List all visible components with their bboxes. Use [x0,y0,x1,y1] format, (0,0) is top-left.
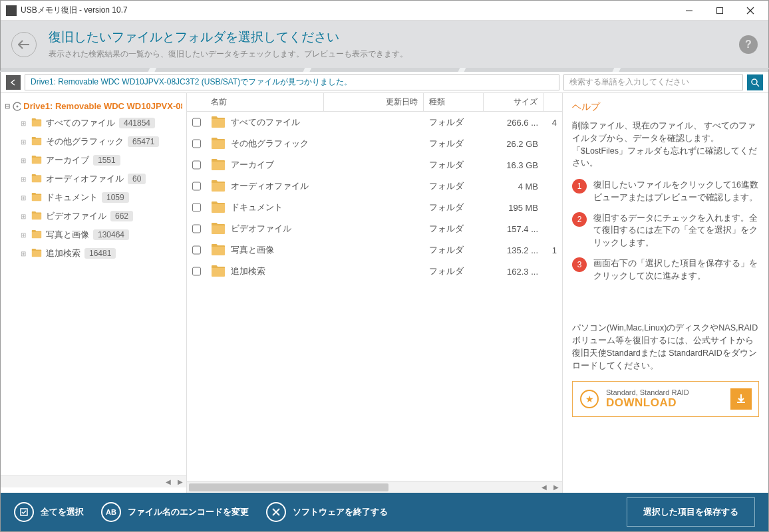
save-button[interactable]: 選択した項目を保存する [627,497,755,527]
expand-icon[interactable]: ⊞ [21,176,27,183]
file-name: すべてのファイル [231,116,300,128]
expand-icon[interactable]: ⊞ [21,231,27,239]
file-name: ビデオファイル [231,223,291,235]
folder-icon [211,180,226,192]
help-button[interactable]: ? [739,35,758,54]
help-step: 2復旧するデータにチェックを入れます。全て復旧するには左下の「全てを選択」をクリ… [572,212,759,249]
expand-icon[interactable]: ⊞ [21,157,27,164]
scroll-left-icon[interactable]: ◀ [162,476,174,487]
file-size: 135.2 ... [484,245,543,255]
expand-icon[interactable]: ⊞ [21,120,27,127]
file-row[interactable]: アーカイブフォルダ16.3 GB [187,154,562,176]
path-back-button[interactable] [6,75,21,90]
row-checkbox[interactable] [192,139,201,148]
file-name: ドキュメント [231,201,283,213]
folder-icon [211,116,226,128]
tree-item-count: 1551 [93,155,120,166]
encoding-button[interactable]: AB ファイル名のエンコードを変更 [101,502,249,522]
help-note: パソコン(Win,Mac,Linux)のディスクやNAS,RAIDボリューム等を… [572,322,759,372]
help-step: 3画面右下の「選択した項目を保存する」をクリックして次に進みます。 [572,257,759,283]
row-checkbox[interactable] [192,160,201,170]
maximize-button[interactable] [704,1,735,21]
drive-icon [13,102,21,111]
back-button[interactable] [11,32,37,57]
file-row[interactable]: ドキュメントフォルダ195 MB [187,197,562,218]
row-checkbox[interactable] [192,182,201,191]
exit-button[interactable]: ソフトウェアを終了する [266,502,388,522]
tree-item[interactable]: ⊞オーディオファイル60 [1,170,186,188]
row-checkbox[interactable] [192,245,201,255]
arrow-left-icon [18,40,30,49]
expand-icon[interactable]: ⊞ [21,250,27,257]
encoding-icon: AB [106,508,116,516]
folder-icon [31,137,42,146]
scroll-right-icon[interactable]: ▶ [550,481,562,493]
path-display[interactable]: Drive1: Removable WDC WD10JPVX-08JC3T2 (… [25,74,559,90]
select-all-button[interactable]: 全てを選択 [14,502,84,522]
expand-icon[interactable]: ⊞ [21,213,27,220]
file-size: 4 MB [484,182,543,192]
tree-item[interactable]: ⊞写真と画像130464 [1,225,186,244]
file-row[interactable]: その他グラフィックフォルダ26.2 GB [187,133,562,154]
tree-item[interactable]: ⊞ビデオファイル662 [1,207,186,225]
filelist-scrollbar[interactable]: ◀ ▶ [187,481,562,493]
file-type: フォルダ [424,244,484,256]
download-box[interactable]: ★ Standard, Standard RAID DOWNLOAD [572,381,759,417]
file-type: フォルダ [424,138,484,150]
folder-icon [211,159,226,171]
tree-item[interactable]: ⊞アーカイブ1551 [1,151,186,170]
tree-item[interactable]: ⊞すべてのファイル441854 [1,114,186,132]
scroll-left-icon[interactable]: ◀ [538,481,550,493]
folder-icon [211,138,226,150]
folder-icon [211,223,226,235]
file-extra: 1 [543,245,562,255]
tree-item-label: ドキュメント [46,192,98,203]
row-checkbox[interactable] [192,118,201,127]
download-button[interactable] [730,388,752,410]
tree-item[interactable]: ⊞追加検索16481 [1,244,186,263]
collapse-icon[interactable]: ⊟ [5,102,10,110]
search-button[interactable] [747,74,763,90]
tree-item-label: その他グラフィック [46,136,124,148]
file-type: フォルダ [424,201,484,213]
file-type: フォルダ [424,116,484,128]
row-checkbox[interactable] [192,203,201,212]
expand-icon[interactable]: ⊞ [21,138,27,146]
file-row[interactable]: ビデオファイルフォルダ157.4 ... [187,218,562,239]
folder-icon [211,201,226,213]
minimize-button[interactable] [674,1,704,21]
tree-item-count: 1059 [102,192,129,203]
folder-icon [31,156,42,165]
expand-icon[interactable]: ⊞ [21,194,27,201]
scroll-right-icon[interactable]: ▶ [174,476,186,487]
tree-item[interactable]: ⊞その他グラフィック65471 [1,132,186,151]
file-name: 写真と画像 [231,244,274,256]
help-title: ヘルプ [572,101,759,113]
row-checkbox[interactable] [192,224,201,233]
tree-item-label: 追加検索 [46,247,80,259]
tree-root[interactable]: ⊟ Drive1: Removable WDC WD10JPVX-08JC3T2 [1,98,186,114]
tree-item[interactable]: ⊞ドキュメント1059 [1,188,186,207]
svg-point-7 [17,105,19,107]
folder-icon [31,193,42,202]
file-size: 195 MB [484,203,543,213]
file-row[interactable]: 追加検索フォルダ162.3 ... [187,261,562,282]
tree-item-label: すべてのファイル [46,117,115,129]
column-size[interactable]: サイズ [484,93,543,111]
sidebar-scrollbar[interactable]: ◀ ▶ [1,475,186,487]
column-type[interactable]: 種類 [424,93,484,111]
close-icon [272,508,280,516]
scrollbar-thumb[interactable] [189,483,388,491]
header: 復旧したいファイルとフォルダを選択してください 表示された検索結果の一覧から、復… [1,21,768,68]
folder-icon [31,211,42,221]
search-input[interactable]: 検索する単語を入力してください [563,74,743,90]
file-type: フォルダ [424,180,484,192]
row-checkbox[interactable] [192,267,201,276]
file-row[interactable]: 写真と画像フォルダ135.2 ...1 [187,239,562,261]
file-row[interactable]: オーディオファイルフォルダ4 MB [187,176,562,197]
close-button[interactable] [735,1,766,21]
file-row[interactable]: すべてのファイルフォルダ266.6 ...4 [187,112,562,133]
column-name[interactable]: 名前 [206,93,324,111]
column-date[interactable]: 更新日時 [324,93,424,111]
folder-icon [211,244,226,256]
